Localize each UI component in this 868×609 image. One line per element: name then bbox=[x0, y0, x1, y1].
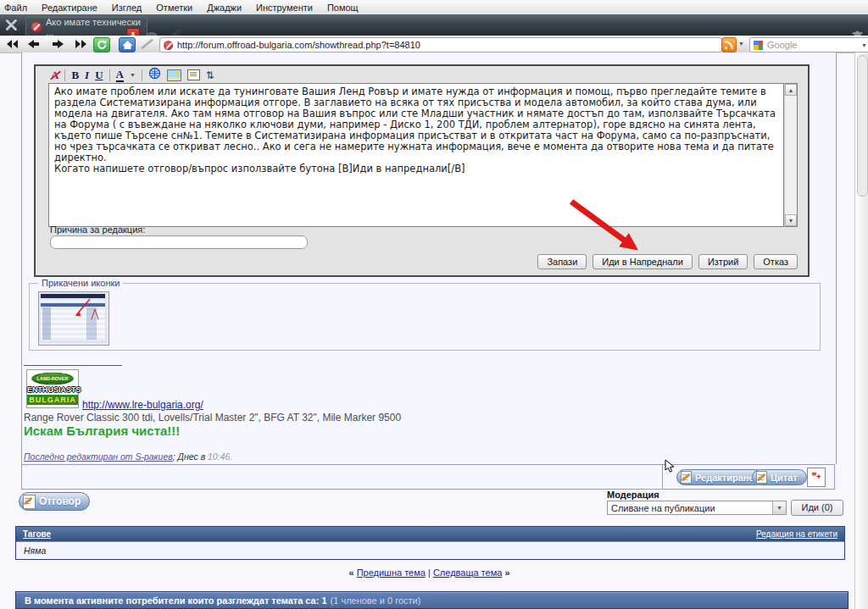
delete-button[interactable]: Изтрий bbox=[698, 254, 748, 269]
signature-divider bbox=[24, 365, 122, 366]
address-bar[interactable]: http://forum.offroad-bulgaria.com/showth… bbox=[159, 37, 722, 53]
resize-editor-icon[interactable]: ⇅ bbox=[206, 69, 214, 81]
moderation-title: Модерация bbox=[607, 490, 659, 500]
go-last-icon[interactable] bbox=[71, 38, 90, 50]
tags-header: Тагове Редакция на етикети bbox=[16, 527, 844, 541]
post-footer: Редактиране Цитат ❞+ bbox=[21, 464, 835, 490]
google-icon bbox=[754, 41, 763, 50]
browser-window: Файл Редактиране Изглед Отметки Джаджи И… bbox=[0, 0, 868, 609]
signature-car-info: Range Rover Classic 300 tdi, Lovells/Tri… bbox=[24, 412, 401, 424]
font-color-button[interactable]: A bbox=[116, 68, 124, 82]
cancel-button[interactable]: Отказ bbox=[754, 254, 798, 269]
underline-button[interactable]: U bbox=[95, 69, 103, 81]
last-edited-note: Последно редактиран от S-ракиев; Днес в … bbox=[24, 451, 232, 462]
url-favicon bbox=[164, 41, 173, 50]
remove-format-icon[interactable]: A bbox=[51, 69, 58, 81]
toolbar-separator bbox=[142, 69, 142, 81]
edit-tags-link[interactable]: Редакция на етикети bbox=[756, 529, 837, 539]
toolbar-separator bbox=[64, 69, 65, 81]
reply-icon bbox=[23, 495, 36, 509]
italic-button[interactable]: I bbox=[85, 69, 89, 81]
menu-view[interactable]: Изглед bbox=[108, 2, 152, 14]
back-icon[interactable] bbox=[25, 38, 43, 50]
rss-icon[interactable] bbox=[721, 37, 737, 53]
tags-link[interactable]: Тагове bbox=[23, 529, 51, 539]
search-dropdown-icon[interactable]: ▼ bbox=[861, 42, 867, 48]
search-box[interactable]: Google ▼ bbox=[749, 37, 868, 53]
active-viewers-bar: В момента активните потребители които ра… bbox=[15, 591, 849, 609]
menu-tools[interactable]: Инструменти bbox=[252, 2, 323, 14]
tools-icon[interactable] bbox=[3, 17, 19, 33]
bold-button[interactable]: B bbox=[71, 69, 79, 81]
scroll-down-icon[interactable]: ▼ bbox=[785, 214, 797, 226]
menu-bar: Файл Редактиране Изглед Отметки Джаджи И… bbox=[0, 0, 868, 15]
quick-edit-panel: A B I U A ▼ ⇅ Ако имате проблем или иска… bbox=[34, 64, 810, 277]
moderation-go-button[interactable]: Иди (0) bbox=[791, 500, 843, 516]
edit-post-button[interactable]: Редактиране bbox=[676, 469, 764, 485]
save-button[interactable]: Запази bbox=[537, 254, 587, 269]
search-placeholder: Google bbox=[767, 40, 797, 50]
moderation-select[interactable]: Сливане на публикации ▼ bbox=[607, 501, 787, 515]
signature-slogan: Искам България чиста!!! bbox=[24, 424, 180, 438]
thread-navigation: « Предишна тема | Следваща тема » bbox=[15, 567, 843, 578]
quote-post-button[interactable]: Цитат bbox=[752, 469, 807, 485]
footer-divider bbox=[662, 465, 663, 489]
go-advanced-button[interactable]: Иди в Напреднали bbox=[593, 254, 693, 269]
site-favicon bbox=[31, 22, 42, 32]
textarea-scrollbar[interactable]: ▲ ▼ bbox=[784, 83, 798, 227]
tags-table: Тагове Редакция на етикети Няма bbox=[15, 526, 845, 560]
quote-page-icon bbox=[756, 471, 767, 484]
quote-icon[interactable] bbox=[187, 69, 200, 80]
edit-reason-input[interactable] bbox=[50, 235, 308, 249]
lre-club-logo: LAND-ROVER ENTHUSIASTS BULGARIA bbox=[26, 369, 79, 408]
last-edited-link[interactable]: Последно редактиран от S-ракиев bbox=[24, 451, 173, 462]
attachment-thumbnail[interactable] bbox=[38, 291, 109, 346]
menu-edit[interactable]: Редактиране bbox=[37, 2, 108, 14]
attached-icons-legend: Прикачени иконки bbox=[38, 278, 123, 288]
edit-icon bbox=[681, 471, 692, 484]
page-scrollbar[interactable] bbox=[854, 53, 868, 609]
message-textarea[interactable]: Ако имате проблем или искате да тунингов… bbox=[48, 83, 784, 227]
scroll-up-icon[interactable]: ▲ bbox=[785, 84, 797, 96]
home-icon[interactable] bbox=[119, 37, 136, 53]
menu-help[interactable]: Помощ bbox=[323, 2, 369, 14]
rss-dropdown-icon[interactable]: ▼ bbox=[738, 41, 744, 47]
select-dropdown-icon[interactable]: ▼ bbox=[772, 501, 786, 514]
insert-image-icon[interactable] bbox=[167, 69, 181, 81]
scrollbar-thumb[interactable] bbox=[857, 55, 868, 197]
forward-icon[interactable] bbox=[48, 38, 67, 50]
font-color-dropdown-icon[interactable]: ▼ bbox=[130, 72, 136, 78]
toolbar-separator bbox=[109, 69, 110, 81]
go-first-icon[interactable] bbox=[3, 38, 21, 50]
menu-gadgets[interactable]: Джаджи bbox=[203, 2, 252, 14]
tags-value: Няма bbox=[16, 541, 844, 559]
previous-thread-link[interactable]: Предишна тема bbox=[357, 567, 426, 578]
edit-reason-label: Причина за редакция: bbox=[50, 224, 145, 235]
tab-bar: Ако имате технически ... x + bbox=[0, 14, 868, 36]
refresh-icon[interactable] bbox=[93, 37, 110, 53]
multiquote-icon[interactable]: ❞+ bbox=[807, 468, 826, 487]
next-thread-link[interactable]: Следваща тема bbox=[433, 567, 502, 578]
url-text: http://forum.offroad-bulgaria.com/showth… bbox=[177, 40, 420, 50]
signature-website-link[interactable]: http://www.lre-bulgaria.org/ bbox=[82, 399, 203, 411]
reply-button[interactable]: Отговор bbox=[19, 492, 90, 511]
attached-icons-fieldset: Прикачени иконки bbox=[29, 283, 821, 351]
editor-toolbar: A B I U A ▼ ⇅ bbox=[51, 68, 214, 82]
insert-link-icon[interactable] bbox=[148, 67, 161, 83]
menu-file[interactable]: Файл bbox=[0, 2, 37, 14]
editor-buttons: Запази Иди в Напреднали Изтрий Отказ bbox=[537, 254, 798, 269]
menu-bookmarks[interactable]: Отметки bbox=[152, 2, 203, 14]
land-rover-oval: LAND-ROVER bbox=[31, 373, 74, 385]
